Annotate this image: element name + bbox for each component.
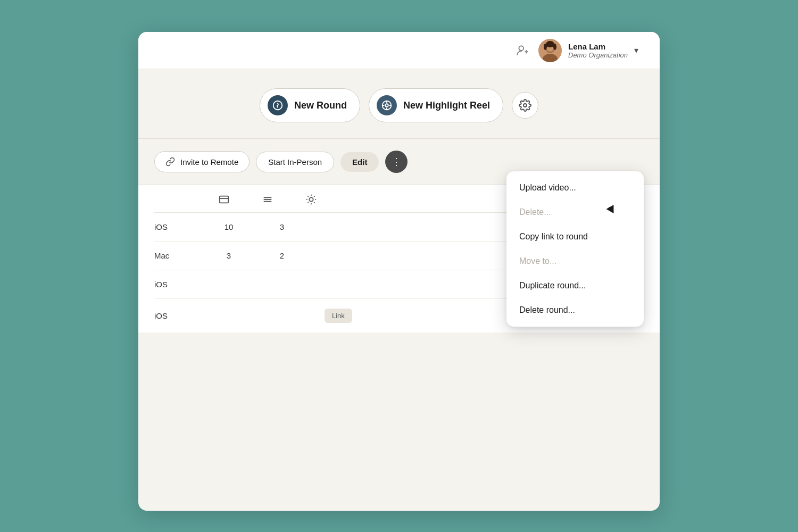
svg-point-18 xyxy=(523,104,527,107)
link-button[interactable]: Link xyxy=(325,309,352,323)
user-name: Lena Lam xyxy=(568,42,628,51)
start-in-person-button[interactable]: Start In-Person xyxy=(256,152,334,172)
col-header-sun-icon xyxy=(305,194,317,208)
menu-item-copy-link[interactable]: Copy link to round xyxy=(506,225,644,249)
platform-cell: iOS xyxy=(154,280,186,289)
user-text: Lena Lam Demo Organization xyxy=(568,42,628,59)
svg-line-29 xyxy=(307,196,308,196)
avatar xyxy=(538,39,562,62)
chevron-down-icon: ▾ xyxy=(634,45,638,55)
svg-point-0 xyxy=(519,46,523,51)
svg-line-30 xyxy=(314,202,314,203)
menu-item-duplicate-round[interactable]: Duplicate round... xyxy=(506,273,644,298)
num-cell: 2 xyxy=(271,251,293,260)
header-bar: Lena Lam Demo Organization ▾ xyxy=(138,32,660,69)
svg-point-13 xyxy=(385,104,388,107)
new-round-label: New Round xyxy=(294,100,347,111)
more-options-button[interactable]: ⋮ xyxy=(385,151,408,173)
toolbar-area: New Round New Highlight Reel xyxy=(138,69,660,139)
highlight-reel-icon xyxy=(377,95,397,115)
link-label: Link xyxy=(332,312,345,320)
start-in-person-label: Start In-Person xyxy=(268,157,322,167)
invite-user-button[interactable] xyxy=(516,44,530,57)
svg-line-31 xyxy=(314,196,314,196)
user-org: Demo Organization xyxy=(568,51,628,59)
svg-point-9 xyxy=(553,44,556,50)
invite-to-remote-button[interactable]: Invite to Remote xyxy=(154,151,250,172)
settings-button[interactable] xyxy=(512,92,538,119)
num-cell: 3 xyxy=(271,222,293,231)
menu-item-delete-round[interactable]: Delete round... xyxy=(506,298,644,322)
new-round-button[interactable]: New Round xyxy=(260,88,360,122)
svg-point-24 xyxy=(309,197,313,201)
menu-item-delete[interactable]: Delete... xyxy=(506,200,644,225)
platform-cell: iOS xyxy=(154,222,186,231)
new-highlight-reel-button[interactable]: New Highlight Reel xyxy=(369,88,503,122)
menu-item-move-to[interactable]: Move to... xyxy=(506,249,644,273)
col-header-tablet-icon xyxy=(218,194,230,208)
num-cell: 3 xyxy=(218,251,239,260)
platform-cell: iOS xyxy=(154,311,186,320)
more-dots-icon: ⋮ xyxy=(392,156,401,168)
new-highlight-reel-label: New Highlight Reel xyxy=(403,100,490,111)
platform-cell: Mac xyxy=(154,251,186,260)
main-panel: Lena Lam Demo Organization ▾ New Round xyxy=(138,32,660,511)
edit-button[interactable]: Edit xyxy=(340,152,379,172)
num-cell: 10 xyxy=(218,222,239,231)
edit-label: Edit xyxy=(352,157,367,167)
menu-item-upload-video[interactable]: Upload video... xyxy=(506,176,644,200)
invite-to-remote-label: Invite to Remote xyxy=(180,157,238,167)
context-menu: Upload video... Delete... Copy link to r… xyxy=(506,171,644,327)
user-info[interactable]: Lena Lam Demo Organization ▾ xyxy=(538,39,638,62)
svg-line-32 xyxy=(307,202,308,203)
svg-point-10 xyxy=(546,41,554,45)
svg-rect-19 xyxy=(220,196,229,203)
col-header-list-icon xyxy=(262,194,273,208)
header-actions: Lena Lam Demo Organization ▾ xyxy=(516,39,638,62)
new-round-icon xyxy=(268,95,288,115)
svg-point-8 xyxy=(544,44,547,50)
